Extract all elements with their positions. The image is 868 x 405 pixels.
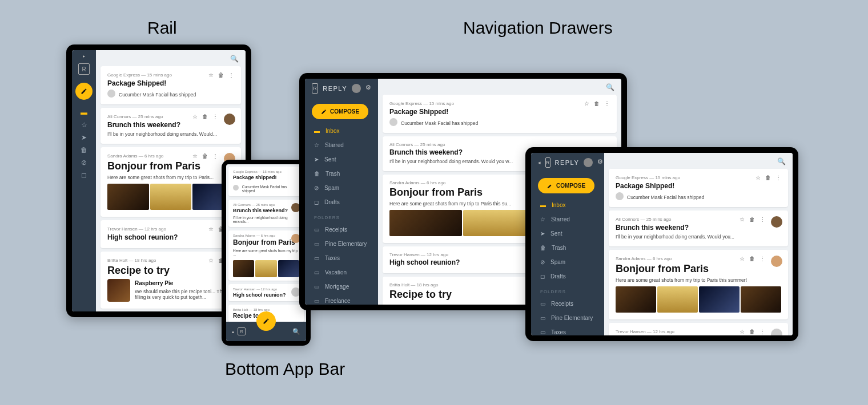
- delete-icon[interactable]: 🗑: [749, 216, 755, 222]
- trash-icon[interactable]: 🗑: [79, 145, 89, 155]
- drafts-icon[interactable]: ◻: [79, 171, 89, 180]
- email-card[interactable]: Trevor Hansen — 12 hrs ago ☆🗑⋮ High scho…: [609, 323, 788, 335]
- star-icon[interactable]: ☆: [192, 114, 198, 120]
- delete-icon[interactable]: 🗑: [202, 114, 208, 120]
- drawer-item-starred[interactable]: ☆Starred: [305, 138, 378, 152]
- email-card[interactable]: Google Express — 15 mins ago ☆🗑⋮ Package…: [101, 66, 241, 104]
- email-meta: Google Express — 15 mins ago: [107, 72, 172, 78]
- drawer-item-sent[interactable]: ➤Sent: [531, 226, 604, 241]
- email-meta: Sandra Adams — 6 hrs ago: [233, 234, 299, 237]
- folder-icon: ▭: [540, 301, 545, 307]
- phone-device: Google Express — 15 mins ago Package shi…: [222, 160, 311, 346]
- email-card[interactable]: Sandra Adams — 6 hrs ago ☆🗑⋮ Bonjour fro…: [609, 250, 788, 319]
- more-icon[interactable]: ⋮: [604, 100, 610, 107]
- email-card[interactable]: Google Express — 15 mins ago ☆🗑⋮ Package…: [383, 95, 617, 133]
- email-meta: Sandra Adams — 6 hrs ago: [616, 256, 672, 261]
- drawer-item-spam[interactable]: ⊘Spam: [305, 181, 378, 195]
- email-card[interactable]: Google Express — 15 mins ago Package shi…: [228, 167, 304, 196]
- star-icon[interactable]: ☆: [584, 100, 589, 107]
- delete-icon[interactable]: 🗑: [749, 256, 755, 262]
- delete-icon[interactable]: 🗑: [594, 100, 600, 107]
- email-card[interactable]: Ali Connors — 25 mins ago Brunch this we…: [228, 200, 304, 227]
- star-icon[interactable]: ☆: [756, 175, 761, 181]
- search-icon[interactable]: 🔍: [230, 55, 239, 63]
- email-card[interactable]: Sandra Adams — 6 hrs ago Bonjour from Pa…: [228, 230, 304, 281]
- star-icon: ☆: [540, 216, 545, 222]
- email-subject: High school reunion?: [233, 292, 299, 298]
- folder-item[interactable]: ▭Freelance: [305, 294, 378, 305]
- star-icon[interactable]: ☆: [740, 216, 745, 222]
- star-icon[interactable]: ☆: [208, 257, 214, 264]
- more-icon[interactable]: ⋮: [760, 329, 765, 335]
- star-icon[interactable]: ☆: [208, 226, 214, 232]
- drawer-item-inbox[interactable]: ▬Inbox: [305, 124, 378, 138]
- folder-item[interactable]: ▭Receipts: [531, 297, 604, 311]
- drawer-item-trash[interactable]: 🗑Trash: [531, 241, 604, 255]
- drawer-item-drafts[interactable]: ◻Drafts: [531, 269, 604, 284]
- drawer-item-spam[interactable]: ⊘Spam: [531, 255, 604, 269]
- drawer-item-drafts[interactable]: ◻Drafts: [305, 195, 378, 209]
- search-icon[interactable]: 🔍: [292, 328, 300, 335]
- email-card[interactable]: Trevor Hansen — 12 hrs ago High school r…: [228, 284, 304, 301]
- star-icon[interactable]: ☆: [208, 72, 214, 78]
- inbox-icon: ▬: [314, 128, 320, 134]
- email-meta: Sandra Adams — 6 hrs ago: [107, 153, 163, 159]
- drawer-item-trash[interactable]: 🗑Trash: [305, 167, 378, 181]
- star-icon[interactable]: ☆: [740, 256, 745, 262]
- compose-button[interactable]: COMPOSE: [312, 104, 368, 119]
- more-icon[interactable]: ⋮: [212, 114, 218, 120]
- compose-button[interactable]: COMPOSE: [538, 178, 594, 193]
- account-avatar[interactable]: [584, 158, 593, 167]
- folder-item[interactable]: ▭Vacation: [305, 265, 378, 280]
- star-icon[interactable]: ☆: [192, 153, 198, 159]
- folder-item[interactable]: ▭Taxes: [305, 251, 378, 265]
- nav-drawer: ◂ R REPLY ⚙ COMPOSE ▬Inbox ☆Starred ➤Sen…: [531, 153, 604, 335]
- star-icon[interactable]: ☆: [79, 120, 89, 129]
- folder-item[interactable]: ▭Mortgage: [305, 280, 378, 294]
- delete-icon[interactable]: 🗑: [765, 175, 771, 181]
- send-icon[interactable]: ➤: [79, 133, 89, 142]
- drawer-item-inbox[interactable]: ▬Inbox: [531, 198, 604, 212]
- gear-icon[interactable]: ⚙: [365, 84, 371, 93]
- gear-icon[interactable]: ⚙: [597, 158, 603, 167]
- account-avatar[interactable]: [352, 84, 361, 93]
- app-logo: R: [545, 157, 550, 168]
- compose-fab[interactable]: [75, 83, 93, 100]
- email-body: Cucumber Mask Facial has shipped: [119, 92, 196, 98]
- app-logo: R: [78, 63, 90, 75]
- email-body: Cucumber Mask Facial has shipped: [627, 195, 704, 200]
- folder-icon: ▭: [314, 255, 319, 261]
- more-icon[interactable]: ⋮: [760, 216, 765, 222]
- delete-icon[interactable]: 🗑: [202, 153, 208, 159]
- folder-item[interactable]: ▭Receipts: [305, 222, 378, 237]
- more-icon[interactable]: ⋮: [760, 256, 765, 262]
- chevron-left-icon[interactable]: ◂: [538, 160, 541, 165]
- search-icon[interactable]: 🔍: [606, 83, 614, 91]
- more-icon[interactable]: ⋮: [212, 153, 218, 159]
- compose-fab[interactable]: [256, 311, 276, 331]
- search-icon[interactable]: 🔍: [777, 157, 786, 165]
- drawer-item-starred[interactable]: ☆Starred: [531, 212, 604, 226]
- trash-icon: 🗑: [540, 245, 546, 251]
- spam-icon[interactable]: ⊘: [79, 158, 89, 167]
- email-subject: Brunch this weekend?: [233, 208, 299, 213]
- email-card[interactable]: Trevor Hansen — 12 hrs ago ☆🗑⋮ High scho…: [101, 220, 241, 248]
- folder-item[interactable]: ▭Pine Elementary: [531, 311, 604, 325]
- email-card[interactable]: Britta Holt — 18 hrs ago ☆🗑⋮ Recipe to t…: [101, 252, 241, 309]
- delete-icon[interactable]: 🗑: [749, 329, 755, 335]
- email-card[interactable]: Sandra Adams — 6 hrs ago ☆🗑⋮ Bonjour fro…: [101, 147, 241, 217]
- more-icon[interactable]: ⋮: [775, 175, 781, 181]
- drawer-item-sent[interactable]: ➤Sent: [305, 152, 378, 167]
- email-card[interactable]: Ali Connors — 25 mins ago ☆🗑⋮ Brunch thi…: [609, 210, 788, 246]
- star-icon[interactable]: ☆: [740, 329, 745, 335]
- chevron-up-icon[interactable]: ▴: [232, 329, 234, 334]
- email-card[interactable]: Ali Connors — 25 mins ago ☆🗑⋮ Brunch thi…: [101, 108, 241, 144]
- delete-icon[interactable]: 🗑: [218, 72, 224, 78]
- folder-item[interactable]: ▭Taxes: [531, 325, 604, 335]
- menu-icon[interactable]: ▸: [83, 54, 85, 59]
- email-card[interactable]: Google Express — 15 mins ago ☆🗑⋮ Package…: [609, 169, 788, 207]
- folder-icon: ▭: [314, 284, 319, 290]
- inbox-icon[interactable]: ▬: [79, 108, 89, 117]
- folder-item[interactable]: ▭Pine Elementary: [305, 237, 378, 251]
- inbox-icon: ▬: [540, 202, 546, 208]
